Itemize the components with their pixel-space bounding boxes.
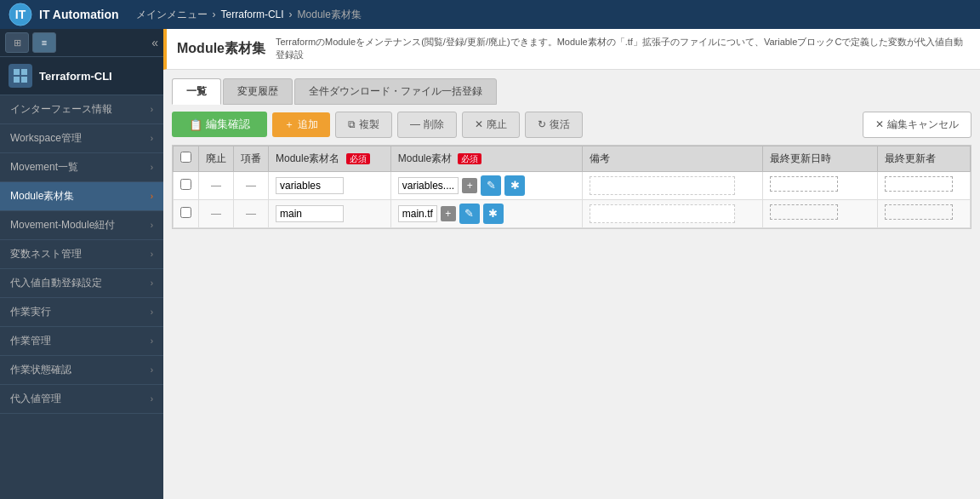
sidebar-list-icon[interactable]: ≡ xyxy=(32,32,56,53)
col-checkbox xyxy=(174,146,199,171)
required-badge: 必須 xyxy=(458,153,481,164)
sidebar-item-module-material[interactable]: Module素材集 › xyxy=(0,182,163,211)
sidebar: ⊞ ≡ « Terraform-CLI インターフェース情報 › xyxy=(0,29,163,499)
arrow-icon: › xyxy=(151,307,153,317)
cell-module: main.tf + ✎ ✱ xyxy=(390,199,582,227)
disable-button[interactable]: ✕ 廃止 xyxy=(462,112,520,138)
sidebar-item-label: 作業状態確認 xyxy=(10,363,71,377)
disable-label: 廃止 xyxy=(487,118,507,132)
biko-input[interactable] xyxy=(590,204,735,223)
disable-icon: ✕ xyxy=(475,118,483,130)
arrow-icon: › xyxy=(151,134,153,143)
main-content: Module素材集 TerraformのModuleをメンテナンス(閲覧/登録/… xyxy=(163,29,980,499)
table-container: 廃止 項番 Module素材名 必須 Module素材 必須 備考 xyxy=(172,145,971,229)
sidebar-collapse-button[interactable]: « xyxy=(151,36,158,49)
sidebar-item-interface[interactable]: インターフェース情報 › xyxy=(0,95,163,124)
layout: ⊞ ≡ « Terraform-CLI インターフェース情報 › xyxy=(0,29,980,499)
cell-last-update-user xyxy=(877,171,970,199)
col-module-name: Module素材名 必須 xyxy=(269,146,391,171)
biko-input[interactable] xyxy=(590,176,735,195)
file-name: variables.... xyxy=(398,177,459,194)
cell-junban: — xyxy=(234,199,269,227)
last-update-user-value xyxy=(885,204,953,220)
tabs: 一覧 変更履歴 全件ダウンロード・ファイル一括登録 xyxy=(172,78,971,105)
copy-button[interactable]: ⧉ 複製 xyxy=(335,112,392,138)
sidebar-grid-icon[interactable]: ⊞ xyxy=(5,32,29,53)
sidebar-item-movement[interactable]: Movement一覧 › xyxy=(0,153,163,182)
sidebar-nav: インターフェース情報 › Workspace管理 › Movement一覧 › … xyxy=(0,95,163,499)
row-checkbox[interactable] xyxy=(180,179,191,190)
restore-label: 復活 xyxy=(550,118,570,132)
delete-button[interactable]: — 削除 xyxy=(397,112,457,138)
nav-level1[interactable]: Terraform-CLI xyxy=(221,9,284,20)
col-junban: 項番 xyxy=(234,146,269,171)
arrow-icon: › xyxy=(151,365,153,375)
cell-module-name: variables xyxy=(269,171,391,199)
nav-sep1: › xyxy=(213,9,216,20)
tab-history[interactable]: 変更履歴 xyxy=(223,78,293,105)
sidebar-item-workspace[interactable]: Workspace管理 › xyxy=(0,124,163,153)
sidebar-top-icons: ⊞ ≡ « xyxy=(0,29,163,57)
table-row: — — variables variables.... + ✎ ✱ xyxy=(174,171,971,199)
file-name: main.tf xyxy=(398,205,437,222)
restore-button[interactable]: ↻ 復活 xyxy=(525,112,583,138)
module-name-value: main xyxy=(276,205,344,222)
col-module-name-label: Module素材名 xyxy=(276,152,339,164)
edit-icon[interactable]: ✎ xyxy=(459,204,480,224)
col-last-update-date: 最終更新日時 xyxy=(762,146,877,171)
arrow-icon: › xyxy=(151,221,153,230)
sidebar-item-label: 代入値自動登録設定 xyxy=(10,276,102,290)
sidebar-item-auto-register[interactable]: 代入値自動登録設定 › xyxy=(0,269,163,298)
cell-checkbox xyxy=(174,171,199,199)
sidebar-item-label: 作業管理 xyxy=(10,334,51,348)
module-table: 廃止 項番 Module素材名 必須 Module素材 必須 備考 xyxy=(173,146,971,228)
cancel-label: 編集キャンセル xyxy=(887,118,959,132)
add-button[interactable]: ＋ 追加 xyxy=(272,112,330,137)
required-badge: 必須 xyxy=(346,153,370,164)
edit-icon[interactable]: ✎ xyxy=(481,175,501,196)
restore-icon: ↻ xyxy=(538,118,546,130)
breadcrumb: メインメニュー › Terraform-CLI › Module素材集 xyxy=(136,8,362,22)
add-file-icon[interactable]: + xyxy=(462,178,477,193)
header: IT IT Automation メインメニュー › Terraform-CLI… xyxy=(0,0,980,29)
nav-sep2: › xyxy=(289,9,293,20)
logo: IT IT Automation xyxy=(9,3,119,26)
svg-rect-2 xyxy=(14,69,20,75)
cell-biko xyxy=(582,171,762,199)
last-update-date-value xyxy=(770,176,838,192)
module-name-value: variables xyxy=(276,177,344,194)
svg-rect-4 xyxy=(14,77,20,83)
select-all-checkbox[interactable] xyxy=(180,152,191,163)
cell-last-update-date xyxy=(762,171,877,199)
tab-list[interactable]: 一覧 xyxy=(172,78,221,105)
svg-rect-3 xyxy=(21,69,27,75)
sidebar-item-label: 作業実行 xyxy=(10,305,51,319)
sidebar-item-movement-module[interactable]: Movement-Module紐付 › xyxy=(0,211,163,240)
content-area: 一覧 変更履歴 全件ダウンロード・ファイル一括登録 📋 編集確認 ＋ 追加 ⧉ … xyxy=(163,70,980,499)
sidebar-item-label: 変数ネスト管理 xyxy=(10,247,82,261)
tab-download[interactable]: 全件ダウンロード・ファイル一括登録 xyxy=(294,78,497,105)
asterisk-icon[interactable]: ✱ xyxy=(504,175,525,196)
sidebar-item-substitution-mgmt[interactable]: 代入値管理 › xyxy=(0,385,163,414)
sidebar-item-job-management[interactable]: 作業管理 › xyxy=(0,327,163,356)
cancel-icon: ✕ xyxy=(875,118,884,130)
sidebar-item-variable-nest[interactable]: 変数ネスト管理 › xyxy=(0,240,163,269)
cancel-button[interactable]: ✕ 編集キャンセル xyxy=(863,112,971,138)
app-title: IT Automation xyxy=(39,8,119,21)
sidebar-item-job-exec[interactable]: 作業実行 › xyxy=(0,298,163,327)
sidebar-item-label: Movement-Module紐付 xyxy=(10,218,115,232)
arrow-icon: › xyxy=(151,192,153,201)
sidebar-item-job-status[interactable]: 作業状態確認 › xyxy=(0,356,163,385)
cell-last-update-user xyxy=(877,199,970,227)
toolbar: 📋 編集確認 ＋ 追加 ⧉ 複製 — 削除 ✕ 廃止 xyxy=(172,112,971,138)
col-last-update-user: 最終更新者 xyxy=(877,146,970,171)
copy-label: 複製 xyxy=(359,118,379,132)
arrow-icon: › xyxy=(151,394,153,404)
cell-haishi: — xyxy=(199,171,234,199)
row-checkbox[interactable] xyxy=(180,207,191,218)
nav-level2: Module素材集 xyxy=(298,8,362,22)
asterisk-icon[interactable]: ✱ xyxy=(483,204,504,224)
add-file-icon[interactable]: + xyxy=(441,206,456,221)
edit-confirm-button[interactable]: 📋 編集確認 xyxy=(172,112,267,137)
nav-menu[interactable]: メインメニュー xyxy=(136,8,208,22)
